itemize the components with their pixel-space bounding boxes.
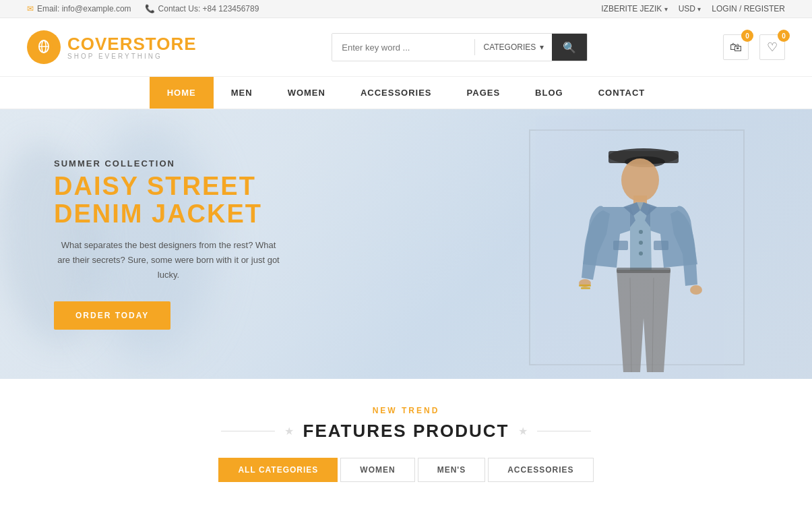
phone-label: Contact Us: +84 123456789: [158, 4, 259, 13]
nav-contact[interactable]: CONTACT: [581, 77, 663, 109]
hero-subtitle: SUMMER COLLECTION: [54, 158, 283, 169]
tab-all-categories[interactable]: ALL CATEGORIES: [218, 458, 338, 482]
phone-info: 📞 Contact Us: +84 123456789: [145, 4, 259, 13]
heart-icon: ♡: [767, 40, 778, 55]
nav-men[interactable]: MEN: [214, 77, 270, 109]
login-register-link[interactable]: LOGIN / REGISTER: [712, 4, 785, 13]
search-input[interactable]: [332, 34, 474, 61]
nav-women[interactable]: WOMEN: [270, 77, 343, 109]
svg-rect-17: [581, 287, 590, 289]
wishlist-badge: 0: [778, 30, 790, 42]
top-bar: ✉ Email: info@example.com 📞 Contact Us: …: [0, 0, 812, 18]
order-button[interactable]: ORDER TODAY: [54, 301, 170, 330]
categories-arrow-icon: ▾: [540, 42, 544, 52]
cart-icon: 🛍: [730, 40, 742, 55]
category-tabs: ALL CATEGORIES WOMEN MEN'S ACCESSORIES: [27, 458, 785, 482]
nav-home[interactable]: HOME: [150, 77, 214, 109]
nav-blog[interactable]: BLOG: [518, 77, 581, 109]
nav-accessories[interactable]: ACCESSORIES: [343, 77, 449, 109]
features-section: NEW TREND ★ FEATURES PRODUCT ★ ALL CATEG…: [0, 379, 812, 496]
top-bar-left: ✉ Email: info@example.com 📞 Contact Us: …: [27, 4, 259, 13]
email-label: Email: info@example.com: [37, 4, 131, 13]
features-line-left: [221, 431, 275, 431]
features-title: FEATURES PRODUCT: [303, 421, 509, 442]
hero-description: What separates the best designers from t…: [54, 238, 283, 282]
tab-women[interactable]: WOMEN: [340, 458, 414, 482]
svg-point-8: [621, 158, 659, 202]
language-selector[interactable]: IZBERITE JEZIK ▾: [601, 4, 667, 13]
search-bar: CATEGORIES ▾ 🔍: [332, 33, 588, 61]
logo-sub: SHOP EVERYTHING: [67, 53, 197, 60]
star-left-icon: ★: [284, 425, 294, 438]
svg-rect-16: [579, 285, 591, 287]
svg-point-10: [639, 230, 643, 234]
svg-point-18: [690, 285, 702, 295]
hero-image-area: [502, 109, 758, 379]
svg-point-11: [639, 241, 643, 245]
logo-accent: COVER: [67, 34, 133, 54]
search-button[interactable]: 🔍: [552, 34, 587, 61]
tab-mens[interactable]: MEN'S: [418, 458, 486, 482]
cart-badge: 0: [741, 30, 753, 42]
email-icon: ✉: [27, 4, 34, 13]
logo-icon: [27, 30, 61, 64]
star-right-icon: ★: [518, 425, 528, 438]
search-icon: 🔍: [563, 42, 576, 53]
logo-name: COVERSTORE: [67, 35, 197, 53]
phone-icon: 📞: [145, 4, 155, 13]
header-icons: 🛍 0 ♡ 0: [723, 34, 785, 60]
cart-button[interactable]: 🛍 0: [723, 34, 749, 60]
hero-title: DAISY STREET DENIM JACKET: [54, 173, 283, 229]
features-line-right: [537, 431, 591, 431]
svg-rect-14: [654, 241, 668, 250]
features-title-row: ★ FEATURES PRODUCT ★: [27, 421, 785, 442]
navbar: HOME MEN WOMEN ACCESSORIES PAGES BLOG CO…: [0, 77, 812, 109]
tab-accessories[interactable]: ACCESSORIES: [488, 458, 593, 482]
hero-model-image: [536, 116, 724, 379]
currency-selector[interactable]: USD ▾: [679, 4, 701, 13]
logo-text: COVERSTORE SHOP EVERYTHING: [67, 35, 197, 60]
currency-arrow-icon: ▾: [697, 5, 701, 13]
categories-label: CATEGORIES: [483, 42, 536, 52]
svg-rect-19: [617, 268, 670, 273]
header: COVERSTORE SHOP EVERYTHING CATEGORIES ▾ …: [0, 18, 812, 77]
hero-section: SUMMER COLLECTION DAISY STREET DENIM JAC…: [0, 109, 812, 379]
wishlist-button[interactable]: ♡ 0: [759, 34, 785, 60]
categories-dropdown[interactable]: CATEGORIES ▾: [475, 34, 552, 61]
svg-rect-13: [613, 241, 628, 250]
email-info: ✉ Email: info@example.com: [27, 4, 131, 13]
logo-plain: STORE: [133, 34, 196, 54]
nav-pages[interactable]: PAGES: [449, 77, 518, 109]
language-arrow-icon: ▾: [664, 5, 668, 13]
features-tag: NEW TREND: [27, 406, 785, 415]
hero-content: SUMMER COLLECTION DAISY STREET DENIM JAC…: [0, 158, 337, 330]
logo[interactable]: COVERSTORE SHOP EVERYTHING: [27, 30, 197, 64]
top-bar-right: IZBERITE JEZIK ▾ USD ▾ LOGIN / REGISTER: [601, 4, 785, 13]
svg-point-12: [639, 251, 643, 256]
